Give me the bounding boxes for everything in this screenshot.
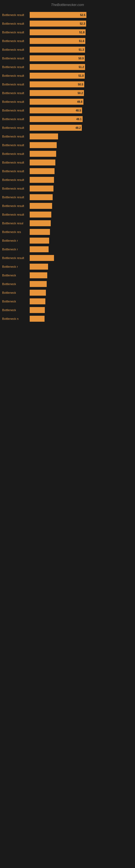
bar: [30, 159, 55, 165]
bar-value: 51.2: [79, 66, 84, 69]
bar-wrapper: 49.1: [30, 116, 135, 122]
bar-value: 50.9: [79, 57, 84, 60]
bar-row: Bottleneck result: [0, 193, 135, 201]
bar-label: Bottleneck r: [0, 248, 30, 251]
bar-wrapper: [30, 168, 135, 174]
bar-label: Bottleneck result: [0, 39, 30, 42]
bar-label: Bottleneck result: [0, 213, 30, 216]
bar-wrapper: 51.8: [30, 29, 135, 35]
bar-row: Bottleneck result51.0: [0, 72, 135, 80]
bar-row: Bottleneck result: [0, 254, 135, 262]
bar-label: Bottleneck n: [0, 317, 30, 320]
bar: [30, 229, 50, 235]
bar-label: Bottleneck: [0, 291, 30, 294]
bar-row: Bottleneck result: [0, 184, 135, 193]
chart-container: Bottleneck result52.5Bottleneck result52…: [0, 8, 135, 326]
bar-wrapper: 51.0: [30, 73, 135, 79]
bar: 50.9: [30, 55, 85, 61]
bar-wrapper: [30, 264, 135, 270]
bar-wrapper: [30, 203, 135, 209]
bar-wrapper: 48.5: [30, 107, 135, 113]
bar-label: Bottleneck result: [0, 152, 30, 155]
bar-value: 51.0: [79, 74, 84, 77]
bar: 51.6: [30, 38, 85, 44]
bar-wrapper: 52.3: [30, 21, 135, 27]
bar-value: 48.2: [76, 126, 81, 129]
bar-value: 52.5: [80, 13, 85, 17]
bar-label: Bottleneck resul: [0, 222, 30, 225]
bar-row: Bottleneck result52.3: [0, 20, 135, 28]
bar-row: Bottleneck result51.6: [0, 37, 135, 45]
bar-label: Bottleneck result: [0, 48, 30, 51]
bar: 52.5: [30, 12, 86, 18]
bar-wrapper: [30, 159, 135, 165]
bar-row: Bottleneck r: [0, 237, 135, 245]
bar-row: Bottleneck result51.3: [0, 45, 135, 54]
bar: [30, 133, 58, 140]
bar-label: Bottleneck result: [0, 204, 30, 208]
bar-row: Bottleneck result: [0, 158, 135, 166]
bar-wrapper: 50.9: [30, 55, 135, 61]
bar-wrapper: [30, 246, 135, 252]
bar-label: Bottleneck result: [0, 161, 30, 164]
bar-wrapper: [30, 186, 135, 191]
bar: [30, 186, 53, 191]
bar: 48.2: [30, 125, 82, 131]
bar-row: Bottleneck result49.8: [0, 98, 135, 106]
bar-row: Bottleneck res: [0, 228, 135, 236]
bar-row: Bottleneck result52.5: [0, 11, 135, 19]
bar-label: Bottleneck result: [0, 13, 30, 17]
bar-label: Bottleneck: [0, 308, 30, 312]
bar-row: Bottleneck: [0, 289, 135, 297]
bar: 50.5: [30, 82, 84, 87]
bar: 49.1: [30, 116, 83, 122]
bar-row: Bottleneck result48.5: [0, 106, 135, 115]
bar: 49.8: [30, 99, 83, 105]
bar: [30, 316, 45, 322]
bar: 51.0: [30, 73, 85, 79]
bar: 51.3: [30, 46, 85, 53]
bar-wrapper: [30, 229, 135, 235]
bar-value: 50.5: [78, 83, 83, 86]
bar-label: Bottleneck result: [0, 256, 30, 259]
site-title: TheBottlenecker.com: [51, 3, 84, 7]
bar-value: 51.3: [79, 48, 84, 51]
bar-row: Bottleneck r: [0, 245, 135, 253]
bar: [30, 246, 49, 252]
bar: [30, 255, 54, 261]
bar-wrapper: [30, 255, 135, 261]
bar-row: Bottleneck: [0, 271, 135, 279]
bar-label: Bottleneck result: [0, 91, 30, 95]
bar-row: Bottleneck result50.5: [0, 80, 135, 88]
bar: 52.3: [30, 21, 86, 27]
bar-wrapper: 51.6: [30, 38, 135, 44]
bar-label: Bottleneck result: [0, 65, 30, 69]
bar: [30, 203, 52, 209]
bar: 48.5: [30, 107, 82, 113]
bar: [30, 220, 51, 226]
bar-wrapper: 51.3: [30, 46, 135, 53]
bar-label: Bottleneck result: [0, 187, 30, 190]
bar: [30, 281, 47, 287]
bar: [30, 290, 46, 296]
bar-value: 48.5: [76, 109, 81, 112]
bar-value: 52.3: [80, 22, 85, 25]
bar-row: Bottleneck result50.9: [0, 54, 135, 62]
bar-label: Bottleneck: [0, 300, 30, 303]
bar-wrapper: [30, 307, 135, 313]
bar-label: Bottleneck result: [0, 118, 30, 121]
bar-wrapper: 51.2: [30, 64, 135, 70]
bar: 51.2: [30, 64, 85, 70]
bar-label: Bottleneck result: [0, 169, 30, 173]
bar-row: Bottleneck result: [0, 150, 135, 158]
bar: [30, 238, 49, 244]
bar-wrapper: [30, 290, 135, 296]
bar: [30, 299, 45, 304]
bar-label: Bottleneck r: [0, 239, 30, 242]
bar-label: Bottleneck result: [0, 57, 30, 60]
bar-wrapper: [30, 272, 135, 278]
bar-label: Bottleneck result: [0, 135, 30, 138]
bar-row: Bottleneck result49.1: [0, 115, 135, 123]
bar-row: Bottleneck result: [0, 167, 135, 175]
bar: [30, 177, 54, 183]
